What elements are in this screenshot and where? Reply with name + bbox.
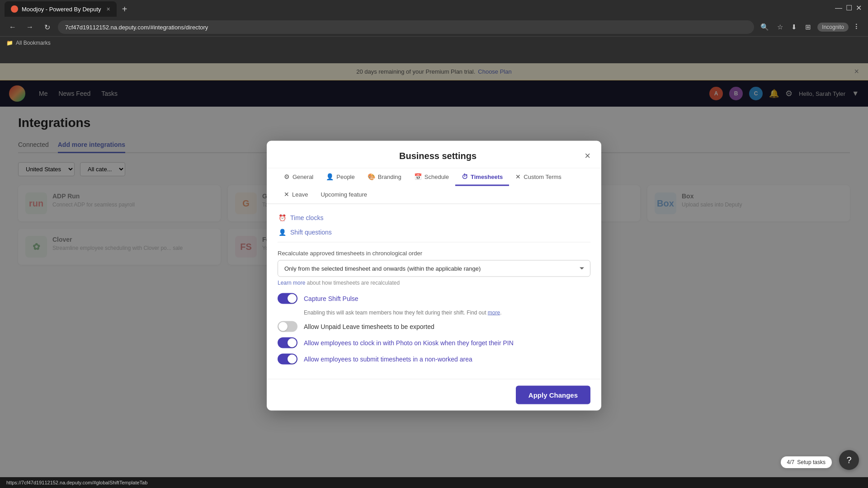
modal-tab-branding[interactable]: 🎨 Branding — [361, 169, 408, 186]
schedule-icon: 📅 — [414, 173, 422, 180]
modal-body: ⏰ Time clocks 👤 Shift questions Recalcul… — [267, 204, 601, 379]
modal-tab-leave-label: Leave — [292, 191, 308, 197]
photo-kiosk-label: Allow employees to clock in with Photo o… — [304, 339, 514, 347]
capture-shift-pulse-toggle[interactable] — [278, 293, 297, 304]
non-worked-toggle-row: Allow employees to submit timesheets in … — [278, 354, 590, 365]
tab-favicon — [11, 5, 18, 13]
incognito-badge: Incognito — [817, 23, 849, 32]
business-settings-modal: Business settings × ⚙ General 👤 People 🎨… — [267, 141, 601, 411]
extensions-button[interactable]: ⊞ — [803, 21, 813, 33]
capture-shift-pulse-label: Capture Shift Pulse — [304, 295, 359, 302]
browser-actions: 🔍 ☆ ⬇ ⊞ Incognito ⠇ — [759, 21, 862, 33]
modal-tab-schedule-label: Schedule — [425, 173, 449, 180]
status-url: https://7cf47d19112152.na.deputy.com/#gl… — [6, 480, 147, 485]
general-icon: ⚙ — [284, 173, 290, 180]
modal-title: Business settings — [291, 150, 585, 167]
photo-kiosk-toggle-row: Allow employees to clock in with Photo o… — [278, 338, 590, 348]
learn-more-text: Learn more about how timesheets are reca… — [278, 280, 590, 286]
setup-tasks-count: 4/7 — [787, 459, 795, 465]
shift-questions-label: Shift questions — [290, 229, 332, 236]
back-button[interactable]: ← — [6, 21, 19, 33]
leave-icon: ✕ — [284, 191, 289, 198]
capture-shift-pulse-row: Capture Shift Pulse Enabling this will a… — [278, 293, 590, 316]
shift-questions-icon: 👤 — [278, 228, 287, 237]
modal-tab-leave[interactable]: ✕ Leave — [278, 186, 314, 204]
status-bar: https://7cf47d19112152.na.deputy.com/#gl… — [0, 477, 868, 488]
download-button[interactable]: ⬇ — [789, 21, 799, 33]
help-button[interactable]: ? — [839, 450, 859, 470]
timesheets-icon: ⏱ — [462, 173, 468, 180]
modal-tab-timesheets-label: Timesheets — [471, 173, 503, 180]
custom-terms-icon: ✕ — [515, 173, 521, 180]
toggle-knob-unpaid — [278, 322, 288, 331]
tab-bar: Moodjoy - Powered By Deputy × + — ☐ ✕ — [0, 0, 868, 18]
non-worked-toggle[interactable] — [278, 354, 297, 365]
bookmark-button[interactable]: ☆ — [775, 21, 785, 33]
modal-close-button[interactable]: × — [585, 150, 590, 168]
recalculate-label: Recalculate approved timesheets in chron… — [278, 250, 590, 257]
modal-tab-people[interactable]: 👤 People — [320, 169, 361, 186]
app-background: 20 days remaining of your Premium Plan t… — [0, 63, 868, 488]
modal-footer: Apply Changes — [267, 379, 601, 411]
new-tab-button[interactable]: + — [118, 4, 131, 14]
address-bar-row: ← → ↻ 🔍 ☆ ⬇ ⊞ Incognito ⠇ — [0, 18, 868, 36]
modal-tab-people-label: People — [336, 173, 354, 180]
modal-tab-schedule[interactable]: 📅 Schedule — [408, 169, 455, 186]
modal-tab-general-label: General — [292, 173, 313, 180]
modal-tab-custom-terms[interactable]: ✕ Custom Terms — [509, 169, 568, 186]
section-divider — [278, 242, 590, 243]
setup-tasks-label: Setup tasks — [797, 459, 826, 465]
modal-tab-upcoming-label: Upcoming feature — [321, 191, 367, 197]
tab-title: Moodjoy - Powered By Deputy — [22, 6, 101, 13]
learn-more-link[interactable]: Learn more — [278, 280, 305, 286]
bookmarks-folder-icon: 📁 — [6, 40, 13, 46]
forward-button[interactable]: → — [24, 21, 36, 33]
photo-kiosk-toggle[interactable] — [278, 338, 297, 348]
maximize-button[interactable]: ☐ — [846, 4, 852, 12]
browser-chrome: Moodjoy - Powered By Deputy × + — ☐ ✕ ← … — [0, 0, 868, 63]
bookmarks-bar: 📁 All Bookmarks — [0, 36, 868, 49]
unpaid-leave-toggle-row: Allow Unpaid Leave timesheets to be expo… — [278, 321, 590, 332]
toggle-knob-photo — [288, 338, 297, 347]
branding-icon: 🎨 — [368, 173, 375, 180]
modal-header: Business settings × — [267, 141, 601, 169]
toggle-knob — [288, 294, 297, 303]
toggle-knob-nonworked — [288, 355, 297, 364]
address-input[interactable] — [58, 20, 754, 34]
apply-changes-button[interactable]: Apply Changes — [516, 386, 590, 404]
time-clocks-icon: ⏰ — [278, 213, 287, 222]
modal-tab-timesheets[interactable]: ⏱ Timesheets — [455, 169, 509, 186]
capture-more-link[interactable]: more — [488, 310, 500, 316]
people-icon: 👤 — [326, 173, 334, 180]
modal-tabs: ⚙ General 👤 People 🎨 Branding 📅 Schedule… — [267, 169, 601, 204]
close-window-button[interactable]: ✕ — [856, 4, 862, 12]
recalculate-dropdown[interactable]: Only from the selected timesheet and onw… — [278, 260, 590, 277]
window-controls: — ☐ ✕ — [835, 4, 862, 12]
setup-tasks-badge[interactable]: 4/7 Setup tasks — [781, 456, 832, 468]
search-button[interactable]: 🔍 — [759, 21, 771, 33]
modal-tab-upcoming[interactable]: Upcoming feature — [314, 186, 373, 204]
capture-shift-pulse-sublabel: Enabling this will ask team members how … — [304, 310, 590, 316]
unpaid-leave-toggle[interactable] — [278, 321, 297, 332]
tab-close-button[interactable]: × — [107, 5, 110, 13]
modal-tab-general[interactable]: ⚙ General — [278, 169, 320, 186]
menu-button[interactable]: ⠇ — [853, 21, 862, 33]
non-worked-label: Allow employees to submit timesheets in … — [304, 356, 472, 363]
time-clocks-label: Time clocks — [290, 214, 323, 221]
learn-more-suffix: about how timesheets are recalculated — [307, 280, 400, 286]
time-clocks-link[interactable]: ⏰ Time clocks — [278, 213, 590, 222]
unpaid-leave-label: Allow Unpaid Leave timesheets to be expo… — [304, 323, 434, 330]
minimize-button[interactable]: — — [835, 4, 842, 12]
reload-button[interactable]: ↻ — [41, 21, 53, 33]
modal-tab-branding-label: Branding — [378, 173, 401, 180]
browser-tab-active[interactable]: Moodjoy - Powered By Deputy × — [5, 1, 117, 17]
modal-tab-custom-terms-label: Custom Terms — [524, 173, 561, 180]
toggle-row-capture: Capture Shift Pulse — [278, 293, 590, 304]
shift-questions-link[interactable]: 👤 Shift questions — [278, 228, 590, 237]
bookmarks-label: All Bookmarks — [16, 40, 51, 46]
